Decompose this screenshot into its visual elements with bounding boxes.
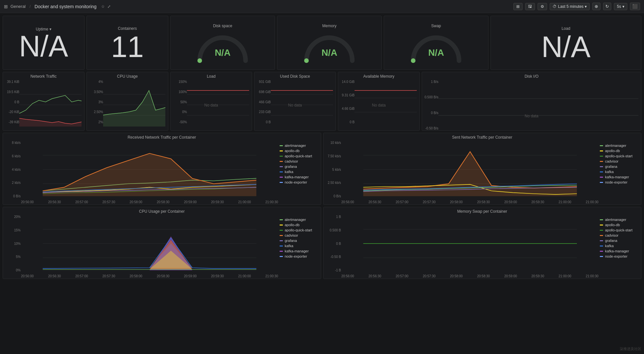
sent-legend-alertmanager: alertmanager	[600, 144, 638, 148]
cpu-cont-legend: alertmanager apollo-db apollo-quick-star…	[278, 215, 321, 279]
cpu-cont-dot-kafka-manager	[280, 251, 283, 252]
containers-panel: Containers 11	[86, 16, 168, 70]
x2: 20:56:30	[368, 200, 381, 204]
load-panel: Load N/A	[490, 16, 641, 70]
available-memory-chart: 14.0 GiB 9.31 GiB 4.66 GiB 0 B No data	[338, 80, 419, 130]
received-network-panel: Received Network Traffic per Container 8…	[3, 133, 321, 205]
load-chart-yaxis: 150% 100% 50% 0% -50%	[171, 80, 187, 124]
sent-label-node-exporter: node-exporter	[605, 180, 628, 184]
received-legend: alertmanager apollo-db apollo-quick-star…	[278, 141, 321, 205]
legend-label-apollo-quick: apollo-quick-start	[285, 154, 312, 158]
swap-cont-label-alertmanager: alertmanager	[605, 218, 626, 222]
legend-label-kafka-manager: kafka-manager	[285, 175, 309, 179]
y4: 7.50 kb/s	[324, 154, 341, 158]
legend-label-grafana: grafana	[285, 165, 297, 168]
disk-space-svg	[271, 81, 333, 129]
x3: 20:57:00	[396, 200, 408, 204]
topnav: ⊞ General / Docker and system monitoring…	[0, 0, 644, 13]
sent-legend-apollo-db: apollo-db	[600, 149, 638, 153]
app-icon[interactable]: ⊞	[4, 4, 8, 9]
time-range-button[interactable]: ⏱ Last 5 minutes ▾	[550, 3, 590, 10]
y1: 0 B	[339, 120, 355, 124]
legend-grafana: grafana	[280, 165, 318, 168]
svg-marker-38	[43, 244, 257, 268]
x6: 20:58:30	[157, 274, 170, 278]
memory-swap-chart: 1 B 0.500 B 0 B -0.50 B -1 B 20	[323, 215, 599, 279]
y4: 14.0 GiB	[339, 80, 355, 84]
x7: 20:59:00	[504, 274, 517, 278]
x9: 21:00:00	[559, 200, 571, 204]
sent-label-apollo-db: apollo-db	[605, 149, 620, 153]
swap-cont-legend-grafana: grafana	[600, 239, 638, 243]
x7: 20:59:00	[504, 200, 517, 204]
y5: 931 GiB	[255, 80, 271, 84]
stat-row: Uptime ▾ N/A Containers 11 Disk space N/…	[3, 16, 641, 70]
sent-label-cadvisor: cadvisor	[605, 159, 618, 163]
sent-legend: alertmanager apollo-db apollo-quick-star…	[598, 141, 641, 205]
x5: 20:58:00	[450, 200, 463, 204]
y2: 5%	[4, 255, 21, 259]
swap-cont-label-apollo-quick: apollo-quick-start	[605, 228, 633, 232]
disk-space-panel: Disk space N/A	[170, 16, 275, 70]
disk-io-chart: 1 B/s 0.500 B/s 0 B/s -0.50 B/s -1 B/s N…	[422, 80, 641, 131]
cpu-cont-dot-kafka	[280, 246, 283, 246]
memory-swap-panel: Memory Swap per Container 1 B 0.500 B 0 …	[323, 207, 642, 279]
legend-label-apollo-db: apollo-db	[285, 149, 300, 153]
refresh-button[interactable]: ↻	[603, 3, 611, 10]
y2: 2.50 kb/s	[324, 181, 341, 185]
y2: 4.66 GiB	[339, 107, 355, 110]
svg-marker-37	[43, 240, 257, 268]
star-icon[interactable]: ☆	[101, 4, 105, 9]
x2: 20:56:30	[48, 274, 61, 278]
cpu-cont-label-apollo-quick: apollo-quick-start	[285, 228, 312, 232]
x10: 21:00:30	[586, 274, 598, 278]
sent-xaxis: 20:56:00 20:56:30 20:57:00 20:57:30 20:5…	[341, 200, 599, 204]
cpu-cont-dot-grafana	[280, 240, 283, 241]
io-svg	[438, 81, 638, 131]
sent-legend-apollo-quick: apollo-quick-start	[600, 154, 638, 158]
y5: 10 kb/s	[324, 141, 341, 145]
panel-view-button[interactable]: ⊞	[513, 3, 523, 10]
sent-yaxis: 10 kb/s 7.50 kb/s 5 kb/s 2.50 kb/s 0 B/s	[324, 141, 341, 198]
save-button[interactable]: 🖫	[525, 3, 535, 10]
cpu-cont-dot-node-exporter	[280, 256, 283, 257]
swap-cont-legend-apollo-quick: apollo-quick-start	[600, 228, 638, 232]
cpu-yaxis: 4% 3.50% 3% 2.50% 2%	[87, 80, 103, 124]
y1: 0%	[4, 268, 21, 272]
y5: 1 B/s	[423, 80, 438, 84]
x4: 20:57:30	[423, 274, 435, 278]
sent-network-header: Sent Network Traffic per Container	[323, 133, 641, 141]
swap-cont-dot-grafana	[600, 240, 603, 241]
svg-marker-36	[43, 236, 257, 270]
x5: 20:58:00	[450, 274, 463, 278]
legend-dot-apollo-db	[280, 150, 283, 151]
legend-dot-apollo-quick	[280, 156, 283, 157]
share-icon[interactable]: ⤢	[107, 4, 111, 9]
network-traffic-panel: Network Traffic 39.1 KiB 19.5 KiB 0 B -2…	[3, 72, 84, 131]
sent-label-kafka: kafka	[605, 170, 614, 174]
breadcrumb-general[interactable]: General	[10, 4, 26, 9]
tv-mode-button[interactable]: ⬛	[630, 3, 640, 10]
settings-button[interactable]: ⚙	[538, 3, 547, 10]
io-yaxis: 1 B/s 0.500 B/s 0 B/s -0.50 B/s -1 B/s	[423, 80, 438, 131]
mem-svg	[355, 81, 417, 129]
refresh-interval-button[interactable]: 5s ▾	[614, 3, 627, 10]
cpu-cont-legend-kafka: kafka	[280, 244, 318, 248]
x6: 20:58:30	[477, 274, 490, 278]
y4: 0.500 B/s	[423, 95, 438, 99]
memory-gauge: N/A	[300, 30, 359, 66]
sent-svg	[341, 141, 599, 198]
dashboard: Uptime ▾ N/A Containers 11 Disk space N/…	[0, 13, 644, 282]
recv-yaxis: 8 kb/s 6 kb/s 4 kb/s 2 kb/s 0 B/s	[4, 141, 21, 198]
y4: 6 kb/s	[4, 154, 21, 158]
cpu-cont-legend-apollo-quick: apollo-quick-start	[280, 228, 318, 232]
sent-dot-grafana	[600, 166, 603, 167]
cpu-usage-panel: CPU Usage 4% 3.50% 3% 2.50% 2%	[86, 72, 168, 131]
cpu-cont-dot-cadvisor	[280, 235, 283, 236]
swap-cont-label-node-exporter: node-exporter	[605, 254, 628, 258]
legend-apollo-quick: apollo-quick-start	[280, 154, 318, 158]
sent-dot-kafka	[600, 171, 603, 172]
zoom-button[interactable]: ⊕	[592, 3, 600, 10]
y3: 0 B	[324, 242, 341, 246]
swap-cont-yaxis: 1 B 0.500 B 0 B -0.50 B -1 B	[324, 215, 341, 272]
